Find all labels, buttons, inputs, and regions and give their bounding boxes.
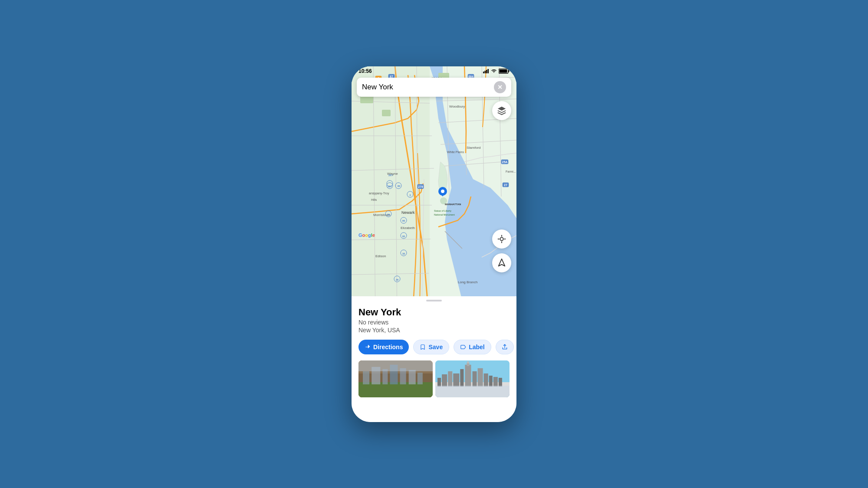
- svg-text:Hills: Hills: [371, 198, 377, 201]
- svg-rect-109: [473, 371, 477, 386]
- svg-rect-97: [418, 372, 423, 384]
- svg-text:27: 27: [504, 183, 507, 187]
- svg-rect-82: [485, 71, 486, 73]
- svg-rect-105: [460, 369, 464, 386]
- status-icons: [483, 69, 510, 74]
- directions-button[interactable]: Directions: [358, 340, 409, 354]
- svg-text:287: 287: [388, 174, 393, 177]
- label-icon: [460, 344, 466, 350]
- directions-label: Directions: [373, 344, 403, 350]
- svg-rect-113: [493, 377, 498, 386]
- photos-row: [358, 360, 510, 397]
- battery-icon: [499, 69, 510, 74]
- svg-text:Elizabeth: Elizabeth: [401, 226, 415, 230]
- label-button[interactable]: Label: [454, 340, 491, 354]
- svg-rect-104: [453, 373, 459, 386]
- svg-text:95: 95: [402, 219, 405, 222]
- photo-thumb-1[interactable]: [358, 360, 433, 397]
- svg-text:Stamford: Stamford: [467, 146, 480, 150]
- signal-icon: [483, 69, 489, 73]
- locate-icon: [497, 234, 506, 244]
- bottom-panel: New York No reviews New York, USA Direct…: [352, 296, 516, 422]
- svg-text:78: 78: [387, 213, 390, 216]
- svg-rect-81: [483, 72, 484, 73]
- svg-text:36: 36: [396, 278, 399, 281]
- svg-text:278: 278: [418, 185, 423, 188]
- svg-text:35: 35: [402, 252, 405, 255]
- svg-rect-101: [437, 377, 441, 386]
- save-button[interactable]: Save: [413, 340, 449, 354]
- phone-frame: Wayne arsippany-Troy Hills Morristown Ne…: [352, 66, 516, 422]
- svg-text:Edison: Edison: [375, 254, 386, 258]
- svg-rect-114: [499, 377, 502, 386]
- svg-rect-87: [500, 69, 507, 72]
- svg-rect-91: [363, 371, 369, 384]
- map-area[interactable]: Wayne arsippany-Troy Hills Morristown Ne…: [352, 66, 516, 327]
- svg-rect-20: [382, 110, 391, 116]
- save-icon: [420, 344, 426, 350]
- svg-rect-90: [358, 382, 433, 397]
- svg-rect-110: [478, 368, 483, 386]
- save-label: Save: [428, 344, 443, 350]
- svg-rect-106: [465, 364, 471, 386]
- svg-rect-108: [467, 361, 469, 363]
- place-name: New York: [358, 307, 510, 318]
- svg-text:80: 80: [398, 185, 401, 187]
- place-location: New York, USA: [358, 327, 510, 334]
- svg-text:Newark: Newark: [401, 210, 415, 215]
- svg-text:MANHATTAN: MANHATTAN: [445, 203, 461, 206]
- photo-thumb-2[interactable]: [435, 360, 510, 397]
- layers-icon: [497, 106, 506, 115]
- svg-text:Long Branch: Long Branch: [458, 280, 477, 284]
- svg-point-76: [500, 237, 503, 240]
- svg-rect-111: [484, 373, 488, 386]
- svg-rect-98: [358, 360, 433, 371]
- search-input[interactable]: New York: [362, 83, 494, 92]
- svg-rect-86: [509, 70, 510, 72]
- svg-text:White Plains: White Plains: [447, 151, 464, 154]
- locate-button[interactable]: [492, 229, 511, 249]
- svg-rect-83: [486, 70, 487, 73]
- navigate-icon: [497, 258, 506, 268]
- svg-rect-84: [488, 69, 489, 73]
- svg-point-74: [441, 190, 444, 193]
- action-buttons: Directions Save Label: [358, 340, 510, 354]
- wifi-icon: [491, 69, 497, 73]
- svg-text:Farmi...: Farmi...: [506, 170, 516, 173]
- share-icon: [501, 344, 508, 350]
- status-time: 10:56: [358, 68, 372, 74]
- svg-rect-93: [382, 369, 388, 384]
- directions-icon: [365, 344, 371, 350]
- svg-rect-115: [435, 386, 510, 397]
- svg-rect-103: [448, 371, 452, 386]
- svg-rect-112: [489, 375, 493, 386]
- label-label: Label: [469, 344, 485, 350]
- svg-text:95: 95: [402, 235, 405, 238]
- drag-handle: [426, 300, 442, 301]
- clear-search-button[interactable]: ✕: [494, 81, 506, 93]
- layers-button[interactable]: [492, 101, 511, 120]
- status-bar: 10:56: [352, 66, 516, 76]
- svg-text:Woodbury: Woodbury: [449, 105, 465, 108]
- svg-rect-102: [442, 374, 447, 386]
- svg-rect-96: [409, 370, 416, 384]
- svg-text:National Monument: National Monument: [434, 213, 455, 216]
- place-reviews: No reviews: [358, 319, 510, 326]
- svg-text:Statue of Liberty: Statue of Liberty: [434, 210, 451, 212]
- svg-text:25A: 25A: [502, 160, 508, 164]
- svg-text:arsippany-Troy: arsippany-Troy: [369, 192, 389, 195]
- share-button[interactable]: [496, 340, 514, 354]
- search-bar[interactable]: New York ✕: [357, 78, 511, 97]
- navigate-button[interactable]: [492, 253, 511, 272]
- google-logo: Google: [358, 233, 375, 238]
